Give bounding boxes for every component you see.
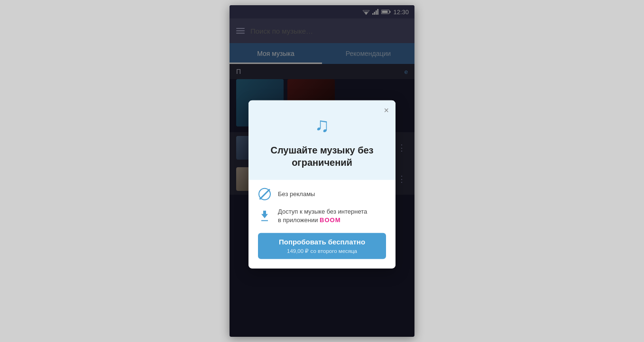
feature-text-2: Доступ к музыке без интернета в приложен…: [278, 207, 367, 225]
download-icon: [258, 209, 271, 223]
feature-text-1: Без рекламы: [278, 190, 315, 198]
modal-top-section: × ♫ Слушайте музыку без ограничений: [248, 100, 396, 180]
feature-row-2: Доступ к музыке без интернета в приложен…: [258, 207, 386, 225]
music-note-icon: ♫: [314, 114, 330, 136]
phone-frame: 12:30 Моя музыка Рекомендации: [230, 5, 414, 337]
modal-title: Слушайте музыку без ограничений: [258, 144, 386, 169]
try-button-price: 149,00 ₽ со второго месяца: [258, 248, 386, 259]
boom-logo: BOOM: [320, 216, 340, 224]
modal-close-button[interactable]: ×: [384, 106, 389, 115]
modal-bottom-section: Без рекламы Доступ к музыке без интернет…: [248, 180, 396, 269]
subscription-modal: × ♫ Слушайте музыку без ограничений Без …: [248, 100, 396, 269]
phone-content: 12:30 Моя музыка Рекомендации: [230, 5, 414, 337]
try-button-label: Попробовать бесплатно: [258, 233, 386, 248]
feature-row-1: Без рекламы: [258, 188, 386, 201]
no-ads-icon: [258, 188, 271, 201]
try-free-button[interactable]: Попробовать бесплатно 149,00 ₽ со второг…: [258, 233, 386, 259]
